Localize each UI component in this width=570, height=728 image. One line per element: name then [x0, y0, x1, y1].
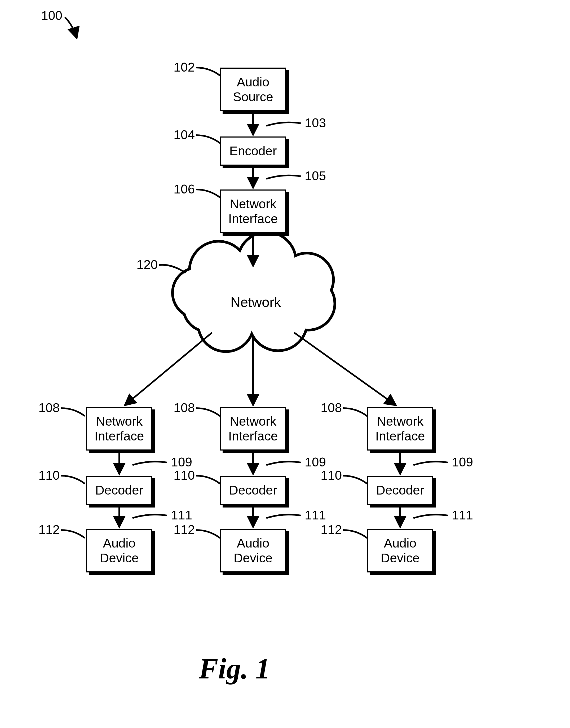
ref-label-120: 120 [136, 258, 158, 271]
ref-hook-106 [196, 190, 220, 197]
node-encoder: Encoder [220, 137, 286, 166]
ref-hook-110-3 [343, 476, 367, 484]
ref-label-109-1: 109 [171, 456, 192, 469]
ref-label-103: 103 [305, 116, 326, 129]
ref-label-111-3: 111 [452, 509, 473, 522]
ref-label-111-2: 111 [305, 509, 326, 522]
ref-label-109-3: 109 [452, 456, 473, 469]
ref-hook-104 [196, 135, 220, 143]
ref-hook-111-3 [413, 515, 448, 518]
ref-label-112-3: 112 [321, 523, 342, 536]
ref-label-111-1: 111 [171, 509, 192, 522]
node-decoder-2: Decoder [220, 476, 286, 505]
node-audio-device-1: Audio Device [86, 529, 153, 572]
ref-hook-109-2 [266, 462, 301, 465]
node-audio-device-3: Audio Device [367, 529, 433, 572]
ref-hook-110-1 [61, 476, 85, 484]
ref-hook-112-1 [61, 530, 85, 538]
ref-label-110-2: 110 [174, 469, 195, 482]
ref-hook-102 [196, 67, 220, 75]
node-audio-source: Audio Source [220, 67, 286, 111]
ref-label-102: 102 [174, 61, 195, 74]
ref-label-104: 104 [174, 129, 195, 141]
ref-label-106: 106 [174, 183, 195, 196]
node-network-interface-rx-3: Network Interface [367, 407, 433, 451]
ref-label-100: 100 [41, 9, 62, 22]
ref-hook-111-2 [266, 515, 301, 518]
arrow-cloud-to-left [124, 332, 212, 406]
ref-label-112-2: 112 [174, 523, 195, 536]
ref-label-108-3: 108 [321, 402, 342, 414]
ref-hook-109-3 [413, 462, 448, 465]
ref-hook-112-2 [196, 530, 220, 538]
ref-label-105: 105 [305, 170, 326, 182]
node-network-interface-rx-1: Network Interface [86, 407, 153, 451]
ref-hook-100 [65, 17, 77, 38]
ref-hook-110-2 [196, 476, 220, 484]
ref-label-108-2: 108 [174, 402, 195, 414]
figure-caption: Fig. 1 [199, 652, 270, 686]
node-decoder-1: Decoder [86, 476, 153, 505]
arrow-cloud-to-right [294, 332, 396, 406]
node-decoder-3: Decoder [367, 476, 433, 505]
node-network: Network [227, 294, 285, 310]
ref-hook-108-2 [196, 408, 220, 416]
ref-hook-105 [266, 176, 301, 179]
ref-label-110-3: 110 [321, 469, 342, 482]
ref-hook-120 [159, 265, 186, 273]
ref-label-108-1: 108 [38, 402, 60, 414]
ref-hook-108-1 [61, 408, 85, 416]
ref-label-109-2: 109 [305, 456, 326, 469]
ref-hook-103 [266, 123, 301, 126]
ref-hook-108-3 [343, 408, 367, 416]
node-network-interface-tx: Network Interface [220, 190, 286, 233]
ref-label-112-1: 112 [38, 523, 60, 536]
ref-label-110-1: 110 [38, 469, 60, 482]
node-audio-device-2: Audio Device [220, 529, 286, 572]
diagram-canvas: Audio Source Encoder Network Interface N… [0, 0, 570, 728]
ref-hook-109-1 [132, 462, 167, 465]
node-network-interface-rx-2: Network Interface [220, 407, 286, 451]
ref-hook-111-1 [132, 515, 167, 518]
ref-hook-112-3 [343, 530, 367, 538]
